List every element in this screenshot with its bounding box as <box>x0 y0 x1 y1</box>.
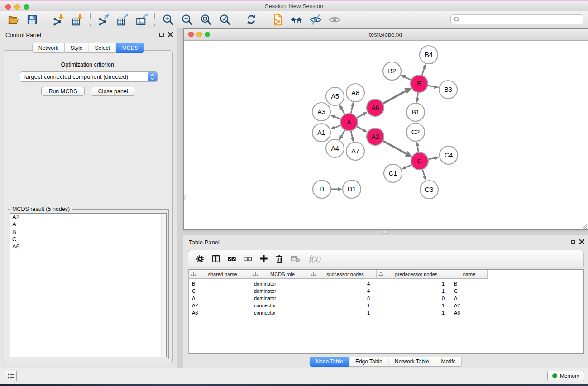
edge-C-C4[interactable] <box>429 157 438 159</box>
float-panel-icon[interactable] <box>571 240 575 244</box>
result-item[interactable]: B <box>10 229 166 236</box>
mcds-result-list[interactable]: A2ABCA6 <box>10 213 167 357</box>
panel-mode-icon[interactable] <box>210 253 222 265</box>
apply-preferred-layout-icon[interactable] <box>242 13 261 26</box>
edge-A-A1[interactable] <box>331 125 340 129</box>
zoom-selected-icon[interactable] <box>215 13 234 26</box>
close-panel-icon[interactable] <box>168 32 173 37</box>
edge-A2-C[interactable] <box>383 141 411 156</box>
search-field[interactable] <box>450 14 583 24</box>
node-A8[interactable]: A8 <box>346 84 364 102</box>
import-table-from-file-icon[interactable] <box>68 13 87 26</box>
first-neighbors-icon[interactable] <box>287 13 306 26</box>
tab-network-table[interactable]: Network Table <box>389 357 435 367</box>
maximize-window-button[interactable] <box>24 4 29 10</box>
criterion-dropdown[interactable]: largest connected component (directed) <box>20 71 158 82</box>
run-mcds-button[interactable]: Run MCDS <box>41 87 84 96</box>
delete-column-icon[interactable] <box>273 253 285 265</box>
column-header-predecessor-nodes[interactable]: predecessor nodes <box>377 270 451 279</box>
node-A1[interactable]: A1 <box>312 124 330 142</box>
zoom-fit-icon[interactable] <box>196 13 215 26</box>
task-history-button[interactable] <box>5 371 17 381</box>
edge-B-B1[interactable] <box>417 93 418 101</box>
float-panel-icon[interactable] <box>159 33 164 37</box>
export-image-icon[interactable] <box>132 13 151 26</box>
edge-A-A8[interactable] <box>351 103 353 113</box>
search-input[interactable] <box>460 16 583 23</box>
network-close-button[interactable] <box>188 32 194 37</box>
edge-A6-B[interactable] <box>383 89 410 103</box>
column-header-shared-name[interactable]: shared name <box>189 270 251 279</box>
minimize-window-button[interactable] <box>14 4 20 10</box>
close-panel-icon[interactable] <box>579 239 584 244</box>
table-row[interactable]: A2connector11A2 <box>189 302 583 309</box>
result-item[interactable]: A2 <box>10 214 166 221</box>
result-item[interactable]: A6 <box>10 243 166 250</box>
network-canvas[interactable]: B4B2BB3B1A5A8A3A6AA1A4A7A2C2C4CC1C3DD1 <box>184 41 588 229</box>
splitpane-handle[interactable] <box>382 231 388 234</box>
tab-select[interactable]: Select <box>89 43 116 53</box>
column-header-MCDS-role[interactable]: MCDS role <box>251 270 309 279</box>
delete-table-icon[interactable] <box>289 253 301 265</box>
memory-button[interactable]: Memory <box>547 371 584 381</box>
table-row[interactable]: A6connector11A6 <box>189 309 583 316</box>
select-all-icon[interactable] <box>226 253 238 265</box>
edge-A-A6[interactable] <box>357 113 366 118</box>
node-C4[interactable]: C4 <box>440 146 458 164</box>
node-D1[interactable]: D1 <box>343 180 361 198</box>
tab-motifs[interactable]: Motifs <box>435 357 462 367</box>
splitpane-handle[interactable] <box>184 195 186 200</box>
node-C1[interactable]: C1 <box>384 164 402 182</box>
table-row[interactable]: Bdominator41B <box>189 280 583 287</box>
edge-B-B4[interactable] <box>422 65 425 75</box>
edge-A-A5[interactable] <box>340 106 344 114</box>
node-C3[interactable]: C3 <box>420 181 438 199</box>
export-network-icon[interactable] <box>94 13 113 26</box>
node-A2[interactable]: A2 <box>367 128 384 145</box>
save-session-icon[interactable] <box>23 13 42 26</box>
node-B3[interactable]: B3 <box>439 81 457 99</box>
node-A3[interactable]: A3 <box>312 103 330 121</box>
column-header-successor-nodes[interactable]: successor nodes <box>309 270 377 279</box>
edge-B-B2[interactable] <box>402 76 411 80</box>
close-panel-button[interactable]: Close panel <box>91 87 135 96</box>
import-network-from-file-icon[interactable] <box>49 13 68 26</box>
open-session-icon[interactable] <box>4 13 23 26</box>
node-D[interactable]: D <box>313 180 331 198</box>
node-B1[interactable]: B1 <box>406 103 425 121</box>
result-item[interactable]: C <box>10 236 166 243</box>
node-A4[interactable]: A4 <box>326 139 344 157</box>
node-A5[interactable]: A5 <box>326 87 344 105</box>
tab-network[interactable]: Network <box>32 43 65 53</box>
network-minimize-button[interactable] <box>196 32 202 37</box>
column-settings-icon[interactable] <box>194 253 206 265</box>
node-A6[interactable]: A6 <box>367 99 384 116</box>
function-builder-icon[interactable]: f(x) <box>305 253 325 265</box>
tab-mcds[interactable]: MCDS <box>116 43 144 53</box>
scrollbar-track[interactable] <box>161 214 166 357</box>
node-B[interactable]: B <box>411 75 428 92</box>
add-column-icon[interactable] <box>258 253 269 265</box>
tab-style[interactable]: Style <box>65 43 89 53</box>
node-C2[interactable]: C2 <box>406 123 425 141</box>
edge-C-C1[interactable] <box>403 165 411 169</box>
node-B2[interactable]: B2 <box>383 62 401 80</box>
tab-edge-table[interactable]: Edge Table <box>349 357 389 367</box>
node-B4[interactable]: B4 <box>420 46 438 64</box>
edge-A-A7[interactable] <box>351 131 353 141</box>
zoom-in-icon[interactable] <box>158 13 177 26</box>
network-maximize-button[interactable] <box>205 32 210 37</box>
hide-selected-icon[interactable] <box>306 13 325 26</box>
resize-grip-icon[interactable] <box>581 223 587 229</box>
show-all-icon[interactable] <box>325 13 344 26</box>
node-A7[interactable]: A7 <box>346 142 364 160</box>
node-A[interactable]: A <box>340 114 358 131</box>
column-header-name[interactable]: name <box>451 270 488 279</box>
result-item[interactable]: A <box>10 221 166 228</box>
table-row[interactable]: Cdominator41C <box>189 287 583 295</box>
export-table-icon[interactable] <box>113 13 132 26</box>
edge-A-A4[interactable] <box>340 130 344 139</box>
edge-A-A2[interactable] <box>357 127 366 132</box>
new-network-from-selection-icon[interactable] <box>268 13 287 26</box>
zoom-out-icon[interactable] <box>177 13 196 26</box>
